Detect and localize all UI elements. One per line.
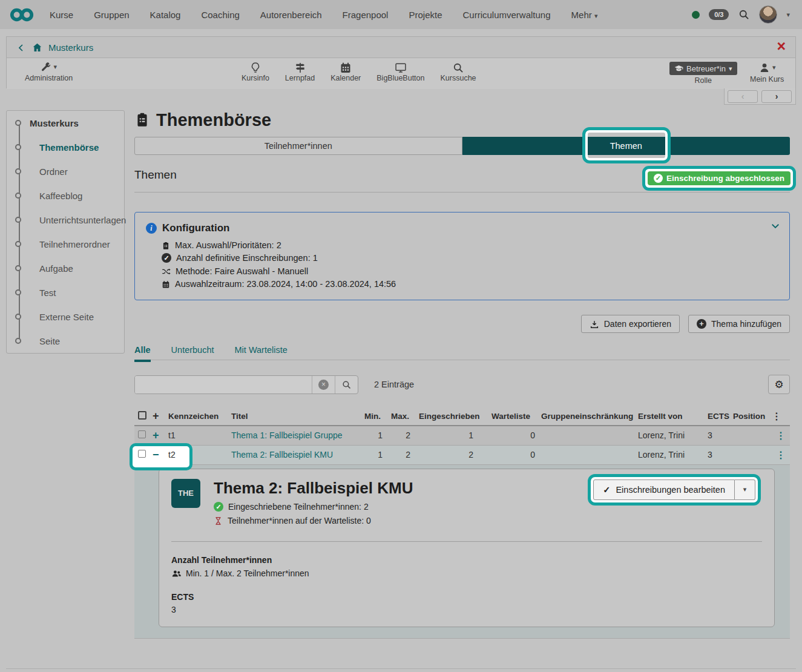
pager-prev-button[interactable]: ‹ [728,90,758,103]
nav-item-fragenpool[interactable]: Fragenpool [343,10,389,20]
collapse-row-icon[interactable]: − [153,449,159,461]
openolat-logo-icon[interactable] [10,8,34,22]
cell-min: 1 [364,445,391,464]
administration-button[interactable]: ▾ Administration [25,62,73,82]
col-erstellt-von[interactable]: Erstellt von [638,407,708,426]
export-data-button[interactable]: Daten exportieren [581,315,680,333]
edit-enrollments-dropdown[interactable]: ▾ [735,479,755,500]
table-row: − t2 Thema 2: Fallbeispiel KMU 1 2 2 0 L… [134,445,790,464]
sidebar-item-aufgabe[interactable]: Aufgabe [7,256,124,280]
search-button[interactable] [335,376,358,394]
clipboard-icon [134,112,150,128]
col-max[interactable]: Max. [391,407,419,426]
tab-themen[interactable]: Themen [462,137,790,155]
col-ects[interactable]: ECTS [708,407,733,426]
col-kennzeichen[interactable]: Kennzeichen [168,407,231,426]
row-menu-icon[interactable]: ⋮ [776,450,786,460]
calendar-icon [162,279,170,289]
filter-tab-unterbucht[interactable]: Unterbucht [171,345,214,355]
notification-count-badge[interactable]: 0/3 [709,9,729,20]
clear-search-button[interactable]: × [312,376,335,394]
status-badge-highlight: ✓ Einschreibung abgeschlossen [642,166,796,191]
sidebar-item-ordner[interactable]: Ordner [7,159,124,183]
toolbar-kursinfo[interactable]: Kursinfo [242,62,269,82]
search-input[interactable] [135,376,312,394]
column-menu-icon[interactable]: ⋮ [772,411,781,421]
nav-item-katalog[interactable]: Katalog [150,10,181,20]
sidebar-item-test[interactable]: Test [7,280,124,305]
ects-value: 3 [171,605,762,614]
sidebar-item-unterrichtsunterlagen[interactable]: Unterrichtsunterlagen [7,208,124,232]
config-line-methode: Methode: Faire Auswahl - Manuell [162,266,778,276]
user-menu-chevron-icon[interactable]: ▾ [786,11,790,19]
home-icon[interactable] [32,42,42,53]
breadcrumb-course[interactable]: Musterkurs [48,42,93,53]
ects-heading: ECTS [171,592,762,602]
filter-tabs: Alle Unterbucht Mit Warteliste [134,345,790,360]
filter-tab-alle[interactable]: Alle [134,345,151,355]
sidebar-item-externe-seite[interactable]: Externe Seite [7,305,124,329]
clipboard-icon [162,240,170,250]
table-row: + t1 Thema 1: Fallbeispiel Gruppe 1 2 1 … [134,426,790,445]
pager-next-button[interactable]: › [761,90,792,103]
row-menu-icon[interactable]: ⋮ [776,430,786,441]
nav-item-autorenbereich[interactable]: Autorenbereich [260,10,322,20]
user-avatar[interactable] [759,5,777,24]
back-chevron-icon[interactable] [16,42,26,53]
online-status-dot [692,11,700,19]
toolbar-kurssuche[interactable]: Kurssuche [441,62,476,82]
nav-item-curriculumverwaltung[interactable]: Curriculumverwaltung [462,10,550,20]
col-titel[interactable]: Titel [231,407,364,426]
select-all-checkbox[interactable] [138,411,146,420]
topic-link[interactable]: Thema 1: Fallbeispiel Gruppe [231,430,343,440]
row-checkbox[interactable] [138,430,146,438]
cell-position [733,426,772,445]
chevron-down-icon: ▾ [729,65,732,73]
sidebar-item-kaffeeblog[interactable]: Kaffeeblog [7,183,124,208]
plus-circle-icon: + [697,319,706,329]
tab-teilnehmerinnen[interactable]: Teilnehmer*innen [134,137,462,155]
sidebar-item-musterkurs[interactable]: Musterkurs [7,111,124,135]
node-dot-icon [15,144,21,150]
role-button[interactable]: Betreuer*in ▾ [669,62,737,75]
row-checkbox[interactable] [138,450,146,458]
col-eingeschrieben[interactable]: Eingeschrieben [419,407,491,426]
expand-row-icon[interactable]: + [153,429,159,441]
expand-all-icon[interactable]: + [153,410,159,422]
cell-eingeschrieben: 2 [419,445,491,464]
close-course-icon[interactable]: × [777,39,786,54]
add-topic-button[interactable]: + Thema hinzufügen [688,315,790,333]
edit-enrollments-button[interactable]: ✓ Einschreibungen bearbeiten [593,479,735,500]
global-search-icon[interactable] [738,8,750,21]
toolbar-kalender[interactable]: Kalender [330,62,361,82]
expanded-detail-row: THE Thema 2: Fallbeispiel KMU ✓ Eingesch… [134,464,790,639]
node-dot-icon [15,265,21,271]
sidebar-item-themenboerse[interactable]: Themenbörse [7,135,124,159]
col-warteliste[interactable]: Warteliste [491,407,541,426]
edit-button-highlight: ✓ Einschreibungen bearbeiten ▾ [588,474,761,506]
nav-item-projekte[interactable]: Projekte [409,10,442,20]
cell-max: 2 [391,445,419,464]
sidebar-item-seite[interactable]: Seite [7,329,124,353]
col-position[interactable]: Position [733,407,772,426]
col-min[interactable]: Min. [364,407,391,426]
collapse-chevron-icon[interactable] [770,220,781,231]
shuffle-icon [162,266,171,276]
nav-item-mehr[interactable]: Mehr ▾ [571,10,598,20]
table-settings-button[interactable]: ⚙ [768,375,790,394]
col-gruppeneinschraenkung[interactable]: Gruppeneinschränkung [541,407,638,426]
mein-kurs-button[interactable]: ▾ Mein Kurs [750,62,784,84]
node-dot-icon [15,314,21,320]
cell-warteliste: 0 [491,426,541,445]
toolbar-lernpfad[interactable]: Lernpfad [285,62,315,82]
nav-item-coaching[interactable]: Coaching [201,10,239,20]
nav-item-gruppen[interactable]: Gruppen [94,10,129,20]
sidebar-item-teilnehmerordner[interactable]: Teilnehmerordner [7,232,124,256]
toolbar-bigbluebutton[interactable]: BigBlueButton [376,62,424,82]
cell-ects: 3 [708,426,733,445]
wrench-icon [41,62,51,71]
nav-item-kurse[interactable]: Kurse [50,10,73,20]
cell-eingeschrieben: 1 [419,426,491,445]
topic-link[interactable]: Thema 2: Fallbeispiel KMU [231,450,333,460]
filter-tab-mit-warteliste[interactable]: Mit Warteliste [235,345,288,355]
